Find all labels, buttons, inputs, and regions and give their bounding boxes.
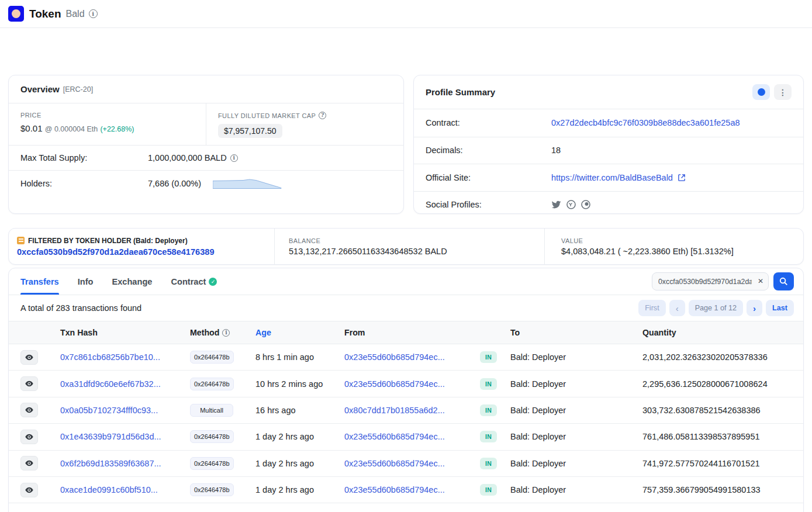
balance-label: BALANCE	[289, 237, 534, 244]
search-button[interactable]	[773, 272, 794, 290]
to-address-link[interactable]: Bald: Deployer	[510, 406, 642, 415]
eye-icon	[25, 380, 33, 387]
tab-exchange[interactable]: Exchange	[112, 268, 152, 295]
age-cell: 1 day 2 hrs ago	[255, 485, 344, 494]
official-site-link[interactable]: https://twitter.com/BaldBaseBald	[551, 173, 673, 182]
row-eye-button[interactable]	[20, 376, 38, 391]
fdmc-label: FULLY DILUTED MARKET CAP	[218, 112, 316, 119]
txn-hash-link[interactable]: 0x0a05b7102734fff0c93...	[60, 406, 158, 415]
direction-badge: IN	[480, 378, 497, 390]
official-site-row: Official Site: https://twitter.com/BaldB…	[414, 164, 803, 191]
decimals-label: Decimals:	[426, 146, 551, 155]
results-summary: A total of 283 transactions found	[20, 303, 141, 313]
tab-transfers[interactable]: Transfers	[20, 268, 59, 295]
row-eye-button[interactable]	[20, 430, 38, 444]
quantity-cell: 303,732.630878521542638386	[642, 406, 792, 415]
info-icon[interactable]	[222, 329, 230, 337]
from-address-link[interactable]: 0x23e55d60b685d794ec...	[344, 352, 445, 362]
profile-badge-button[interactable]	[752, 84, 770, 100]
pagination: First Page 1 of 12 Last	[638, 300, 794, 316]
value-section: VALUE $4,083,048.21 ( ~2,223.3860 Eth) […	[544, 229, 803, 264]
decimals-row: Decimals: 18	[414, 137, 803, 164]
method-badge[interactable]: Multicall	[190, 404, 233, 417]
age-cell: 16 hrs ago	[255, 406, 344, 415]
quantity-cell: 2,031,202.326323020205378336	[642, 352, 792, 362]
from-address-link[interactable]: 0x23e55d60b685d794ec...	[344, 379, 445, 389]
holders-sparkline-chart[interactable]	[213, 178, 282, 189]
contract-address-link[interactable]: 0x27d2decb4bfc9c76f0309b8e88dec3a601fe25…	[551, 118, 740, 127]
info-icon[interactable]	[89, 9, 98, 18]
eye-icon	[25, 434, 33, 440]
info-icon[interactable]	[230, 154, 238, 162]
tab-info[interactable]: Info	[78, 268, 94, 295]
coingecko-icon[interactable]	[581, 200, 590, 209]
price-label: PRICE	[20, 112, 194, 119]
to-address-link[interactable]: Bald: Deployer	[510, 352, 642, 362]
clear-search-icon[interactable]	[758, 277, 763, 285]
verified-check-icon	[209, 278, 217, 286]
quantity-cell: 2,295,636.125028000671008624	[642, 379, 792, 389]
max-supply-value: 1,000,000,000 BALD	[148, 153, 227, 162]
more-options-button[interactable]	[774, 84, 792, 100]
prev-page-button[interactable]	[669, 300, 685, 316]
direction-badge: IN	[480, 404, 497, 416]
decimals-value: 18	[551, 146, 561, 155]
site-label: Official Site:	[426, 173, 551, 182]
balance-section: BALANCE 513,132,217.266501163343648532 B…	[274, 229, 544, 264]
twitter-icon[interactable]	[551, 200, 561, 209]
txn-hash-link[interactable]: 0x7c861cb68256b7be10...	[60, 352, 160, 362]
to-address-link[interactable]: Bald: Deployer	[510, 459, 642, 468]
from-address-link[interactable]: 0x23e55d60b685d794ec...	[344, 432, 445, 441]
overview-card: Overview [ERC-20] PRICE $0.01 @ 0.000004…	[8, 75, 404, 214]
tab-contract[interactable]: Contract	[171, 268, 217, 295]
to-address-link[interactable]: Bald: Deployer	[510, 379, 642, 389]
age-cell: 10 hrs 2 mins ago	[255, 379, 344, 389]
table-header-row: Txn Hash Method Age From To Quantity	[9, 321, 803, 344]
direction-badge: IN	[480, 351, 497, 363]
token-name: Bald	[66, 9, 85, 19]
price-eth: @ 0.000004 Eth	[45, 125, 98, 133]
table-row: 0xace1de0991c60bf510... 0x2646478b 1 day…	[9, 477, 803, 503]
value-label: VALUE	[561, 237, 793, 244]
medium-icon[interactable]	[566, 200, 576, 209]
txn-hash-link[interactable]: 0x1e43639b9791d56d3d...	[60, 432, 161, 441]
col-from: From	[344, 328, 480, 337]
row-eye-button[interactable]	[20, 456, 38, 471]
to-address-link[interactable]: Bald: Deployer	[510, 485, 642, 494]
method-badge[interactable]: 0x2646478b	[190, 378, 234, 390]
last-page-button[interactable]: Last	[766, 300, 794, 316]
holders-value: 7,686 (0.00%)	[148, 179, 201, 188]
col-age[interactable]: Age	[255, 328, 344, 337]
question-icon[interactable]	[319, 112, 326, 119]
row-eye-button[interactable]	[20, 403, 38, 417]
direction-badge: IN	[480, 431, 497, 442]
to-address-link[interactable]: Bald: Deployer	[510, 432, 642, 441]
filter-holder-section: FILTERED BY TOKEN HOLDER (Bald: Deployer…	[9, 229, 274, 264]
method-badge[interactable]: 0x2646478b	[190, 430, 234, 443]
method-badge[interactable]: 0x2646478b	[190, 351, 234, 364]
overview-title: Overview	[20, 84, 60, 94]
first-page-button[interactable]: First	[638, 300, 665, 316]
row-eye-button[interactable]	[20, 350, 38, 365]
token-logo	[8, 6, 24, 22]
next-page-button[interactable]	[747, 300, 762, 316]
txn-hash-link[interactable]: 0x6f2b69d183589f63687...	[60, 459, 161, 468]
from-address-link[interactable]: 0x80c7dd17b01855a6d2...	[344, 406, 445, 415]
method-badge[interactable]: 0x2646478b	[190, 483, 234, 496]
row-eye-button[interactable]	[20, 483, 38, 497]
transfers-table: Txn Hash Method Age From To Quantity 0x7…	[9, 321, 803, 503]
search-icon	[779, 277, 788, 286]
page-indicator: Page 1 of 12	[689, 300, 743, 316]
table-row: 0x0a05b7102734fff0c93... Multicall 16 hr…	[9, 397, 803, 424]
from-address-link[interactable]: 0x23e55d60b685d794ec...	[344, 459, 445, 468]
method-badge[interactable]: 0x2646478b	[190, 457, 234, 470]
col-to: To	[510, 328, 642, 337]
holder-address-link[interactable]: 0xccfa0530b9d52f970d1a2daea670ce58e41763…	[17, 247, 264, 257]
max-supply-row: Max Total Supply: 1,000,000,000 BALD	[9, 145, 403, 170]
results-summary-row: A total of 283 transactions found First …	[9, 295, 803, 321]
txn-hash-link[interactable]: 0xace1de0991c60bf510...	[60, 485, 158, 494]
from-address-link[interactable]: 0x23e55d60b685d794ec...	[344, 485, 445, 494]
search-input[interactable]	[652, 272, 769, 290]
txn-hash-link[interactable]: 0xa31dfd9c60e6ef67b32...	[60, 379, 161, 389]
quantity-cell: 761,486.058113398537895951	[642, 432, 792, 441]
